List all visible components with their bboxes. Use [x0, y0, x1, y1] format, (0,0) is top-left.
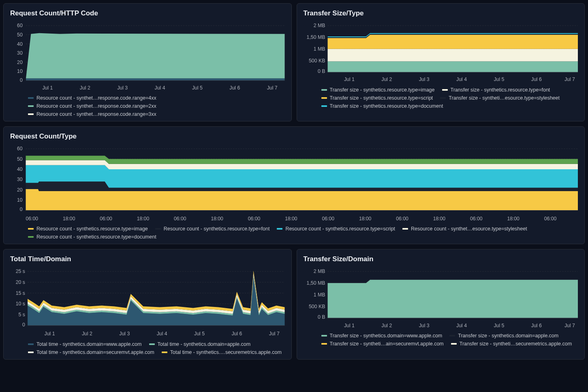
- svg-text:0: 0: [22, 322, 25, 328]
- legend: Transfer size - synthetics.resource.type…: [304, 87, 578, 109]
- legend-item[interactable]: Transfer size - synthetics.resource.type…: [442, 87, 550, 93]
- svg-text:10: 10: [17, 68, 23, 74]
- panel-title: Transfer Size/Domain: [304, 255, 578, 263]
- panel-request-count-type[interactable]: Request Count/Type 60 50 40 30 20 10 0: [3, 126, 585, 244]
- svg-text:25 s: 25 s: [16, 269, 25, 275]
- svg-text:Jul 4: Jul 4: [456, 77, 467, 83]
- svg-text:0 B: 0 B: [317, 68, 325, 74]
- legend-item[interactable]: Transfer size - syntheti…securemetrics.a…: [451, 341, 572, 347]
- svg-text:06:00: 06:00: [396, 216, 408, 222]
- svg-text:Jul 6: Jul 6: [231, 331, 242, 337]
- svg-text:Jul 3: Jul 3: [419, 323, 429, 328]
- chart: 60 50 40 30 20 10 0: [10, 145, 578, 223]
- svg-text:Jul 7: Jul 7: [267, 85, 278, 91]
- svg-text:Jul 5: Jul 5: [494, 323, 504, 328]
- svg-text:Jul 2: Jul 2: [381, 77, 392, 83]
- svg-text:18:00: 18:00: [507, 216, 520, 222]
- svg-text:20: 20: [17, 60, 23, 65]
- svg-text:Jul 4: Jul 4: [157, 331, 167, 337]
- legend-item[interactable]: Total time - synthetics.domain=apple.com: [149, 341, 251, 347]
- svg-text:06:00: 06:00: [470, 216, 483, 222]
- svg-text:Jul 7: Jul 7: [564, 77, 575, 83]
- panel-title: Request Count/HTTP Code: [10, 9, 285, 17]
- svg-text:Jul 3: Jul 3: [419, 77, 429, 83]
- svg-text:Jul 7: Jul 7: [269, 331, 280, 337]
- svg-text:Jul 1: Jul 1: [45, 331, 55, 337]
- chart: 60 50 40 30 20 10 0: [10, 21, 285, 92]
- svg-text:2 MB: 2 MB: [313, 23, 325, 28]
- legend-item[interactable]: Transfer size - synthetics.resource.type…: [321, 95, 433, 101]
- svg-text:50: 50: [17, 156, 23, 162]
- panel-request-count-http-code[interactable]: Request Count/HTTP Code 60 50 40 30 20 1…: [3, 3, 292, 121]
- svg-text:Jul 6: Jul 6: [229, 85, 240, 91]
- svg-text:Jul 1: Jul 1: [42, 85, 53, 91]
- svg-text:06:00: 06:00: [174, 216, 186, 222]
- legend-item[interactable]: Resource count - synthetics.resource.typ…: [28, 234, 156, 240]
- svg-text:18:00: 18:00: [433, 216, 446, 222]
- legend-item[interactable]: Transfer size - synthetics.domain=www.ap…: [321, 333, 443, 339]
- svg-text:18:00: 18:00: [137, 216, 150, 222]
- svg-text:Jul 6: Jul 6: [531, 77, 541, 83]
- svg-text:10: 10: [17, 198, 23, 203]
- svg-text:10 s: 10 s: [16, 301, 25, 307]
- svg-text:30: 30: [17, 177, 23, 183]
- legend-item[interactable]: Resource count - synthet…response.code.r…: [28, 103, 156, 109]
- svg-text:1,50 MB: 1,50 MB: [306, 280, 325, 286]
- chart: 2 MB 1,50 MB 1 MB 500 KB 0 B: [304, 267, 578, 330]
- chart: 25 s 20 s 15 s 10 s 5 s 0: [10, 267, 285, 338]
- legend-item[interactable]: Resource count - synthet…esource.type=st…: [402, 226, 527, 232]
- legend: Total time - synthetics.domain=www.apple…: [10, 341, 285, 355]
- dashboard-grid: Request Count/HTTP Code 60 50 40 30 20 1…: [3, 3, 585, 360]
- panel-total-time-domain[interactable]: Total Time/Domain 25 s 20 s 15 s 10 s 5 …: [3, 249, 292, 359]
- legend-item[interactable]: Resource count - synthet…response.code.r…: [28, 95, 156, 101]
- legend-item[interactable]: Resource count - synthet…response.code.r…: [28, 111, 156, 117]
- svg-text:15 s: 15 s: [16, 290, 25, 296]
- svg-text:2 MB: 2 MB: [313, 269, 325, 275]
- svg-text:06:00: 06:00: [100, 216, 112, 222]
- svg-text:18:00: 18:00: [211, 216, 223, 222]
- legend-item[interactable]: Transfer size - synthetics.resource.type…: [321, 103, 443, 109]
- legend-item[interactable]: Resource count - synthetics.resource.typ…: [155, 226, 270, 232]
- svg-text:06:00: 06:00: [544, 216, 557, 222]
- svg-text:18:00: 18:00: [359, 216, 372, 222]
- legend-item[interactable]: Resource count - synthetics.resource.typ…: [277, 226, 395, 232]
- svg-text:Jul 6: Jul 6: [531, 323, 541, 328]
- legend-item[interactable]: Resource count - synthetics.resource.typ…: [28, 226, 148, 232]
- panel-transfer-size-domain[interactable]: Transfer Size/Domain 2 MB 1,50 MB 1 MB 5…: [297, 249, 585, 359]
- svg-text:60: 60: [17, 146, 23, 152]
- legend: Resource count - synthetics.resource.typ…: [10, 226, 578, 240]
- chart: 2 MB 1,50 MB 1 MB 500 KB 0 B: [304, 21, 578, 84]
- svg-text:40: 40: [17, 166, 23, 172]
- legend-item[interactable]: Total time - synthetics.domain=securemvt…: [28, 349, 154, 355]
- svg-text:Jul 5: Jul 5: [194, 331, 205, 337]
- legend: Transfer size - synthetics.domain=www.ap…: [304, 333, 578, 347]
- svg-text:Jul 2: Jul 2: [82, 331, 92, 337]
- legend-item[interactable]: Transfer size - syntheti…ain=securemvt.a…: [321, 341, 444, 347]
- svg-text:Jul 3: Jul 3: [119, 331, 130, 337]
- svg-text:20 s: 20 s: [16, 279, 25, 285]
- svg-text:50: 50: [17, 32, 23, 38]
- legend-item[interactable]: Transfer size - synthetics.resource.type…: [321, 87, 435, 93]
- legend-item[interactable]: Transfer size - synthetics.domain=apple.…: [449, 333, 558, 339]
- legend-item[interactable]: Total time - synthetics.…securemetrics.a…: [162, 349, 282, 355]
- svg-text:Jul 1: Jul 1: [344, 77, 354, 83]
- svg-text:0: 0: [20, 207, 23, 213]
- svg-text:Jul 5: Jul 5: [494, 77, 504, 83]
- svg-text:5 s: 5 s: [19, 312, 25, 317]
- svg-text:Jul 5: Jul 5: [192, 85, 203, 91]
- svg-text:06:00: 06:00: [26, 216, 38, 222]
- svg-text:06:00: 06:00: [248, 216, 261, 222]
- svg-text:18:00: 18:00: [63, 216, 75, 222]
- svg-text:1,50 MB: 1,50 MB: [306, 34, 325, 40]
- svg-text:Jul 1: Jul 1: [344, 323, 354, 328]
- svg-text:30: 30: [17, 50, 23, 56]
- legend: Resource count - synthet…response.code.r…: [10, 95, 285, 117]
- svg-text:0: 0: [20, 77, 23, 83]
- legend-item[interactable]: Total time - synthetics.domain=www.apple…: [28, 341, 142, 347]
- svg-text:Jul 7: Jul 7: [564, 323, 575, 328]
- svg-text:Jul 3: Jul 3: [117, 85, 128, 91]
- legend-item[interactable]: Transfer size - syntheti…esource.type=st…: [440, 95, 560, 101]
- svg-text:Jul 2: Jul 2: [381, 323, 392, 328]
- svg-text:1 MB: 1 MB: [313, 292, 325, 298]
- panel-transfer-size-type[interactable]: Transfer Size/Type 2 MB 1,50 MB 1 MB 500…: [297, 3, 585, 121]
